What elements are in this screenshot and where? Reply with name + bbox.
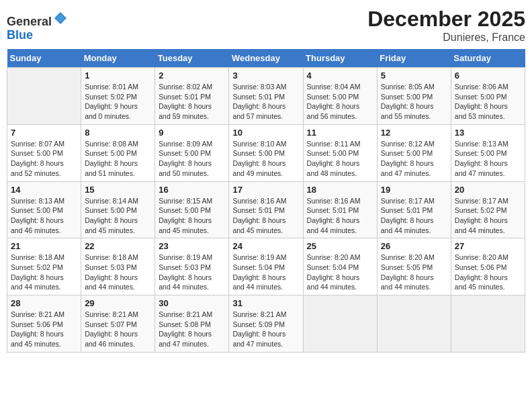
day-detail: Sunrise: 8:21 AM Sunset: 5:08 PM Dayligh… bbox=[159, 310, 225, 349]
day-detail: Sunrise: 8:21 AM Sunset: 5:07 PM Dayligh… bbox=[85, 310, 151, 349]
day-detail: Sunrise: 8:14 AM Sunset: 5:00 PM Dayligh… bbox=[85, 196, 151, 236]
day-number: 8 bbox=[85, 128, 151, 138]
calendar-cell: 19Sunrise: 8:17 AM Sunset: 5:01 PM Dayli… bbox=[377, 181, 451, 238]
calendar-week-row: 14Sunrise: 8:13 AM Sunset: 5:00 PM Dayli… bbox=[7, 181, 525, 238]
day-detail: Sunrise: 8:16 AM Sunset: 5:01 PM Dayligh… bbox=[232, 196, 299, 236]
calendar-cell: 14Sunrise: 8:13 AM Sunset: 5:00 PM Dayli… bbox=[7, 181, 81, 238]
day-number: 7 bbox=[11, 128, 77, 138]
day-detail: Sunrise: 8:18 AM Sunset: 5:02 PM Dayligh… bbox=[11, 253, 77, 292]
day-detail: Sunrise: 8:09 AM Sunset: 5:00 PM Dayligh… bbox=[159, 139, 225, 179]
calendar-cell: 25Sunrise: 8:20 AM Sunset: 5:04 PM Dayli… bbox=[303, 238, 377, 295]
calendar-week-row: 1Sunrise: 8:01 AM Sunset: 5:02 PM Daylig… bbox=[7, 68, 525, 125]
header-sunday: Sunday bbox=[7, 49, 81, 68]
day-detail: Sunrise: 8:01 AM Sunset: 5:02 PM Dayligh… bbox=[85, 82, 151, 122]
day-detail: Sunrise: 8:13 AM Sunset: 5:00 PM Dayligh… bbox=[11, 196, 77, 236]
day-detail: Sunrise: 8:15 AM Sunset: 5:00 PM Dayligh… bbox=[159, 196, 225, 236]
day-number: 17 bbox=[232, 185, 299, 195]
day-number: 21 bbox=[11, 241, 77, 251]
calendar-cell: 26Sunrise: 8:20 AM Sunset: 5:05 PM Dayli… bbox=[377, 238, 451, 295]
day-detail: Sunrise: 8:16 AM Sunset: 5:01 PM Dayligh… bbox=[307, 196, 373, 236]
day-detail: Sunrise: 8:21 AM Sunset: 5:06 PM Dayligh… bbox=[11, 310, 77, 349]
calendar-cell: 24Sunrise: 8:19 AM Sunset: 5:04 PM Dayli… bbox=[229, 238, 303, 295]
calendar-cell: 7Sunrise: 8:07 AM Sunset: 5:00 PM Daylig… bbox=[7, 124, 81, 181]
calendar-cell: 13Sunrise: 8:13 AM Sunset: 5:00 PM Dayli… bbox=[451, 124, 525, 181]
title-block: December 2025 Dunieres, France bbox=[367, 7, 525, 44]
header-wednesday: Wednesday bbox=[229, 49, 303, 68]
day-number: 1 bbox=[85, 71, 151, 81]
logo-icon bbox=[53, 11, 68, 26]
day-number: 24 bbox=[232, 241, 299, 251]
day-number: 16 bbox=[159, 185, 225, 195]
day-number: 10 bbox=[232, 128, 299, 138]
calendar-cell: 30Sunrise: 8:21 AM Sunset: 5:08 PM Dayli… bbox=[155, 295, 229, 353]
day-number: 19 bbox=[381, 185, 447, 195]
day-number: 6 bbox=[455, 71, 521, 81]
day-detail: Sunrise: 8:08 AM Sunset: 5:00 PM Dayligh… bbox=[85, 139, 151, 179]
page-header: General Blue December 2025 Dunieres, Fra… bbox=[7, 7, 525, 44]
calendar-cell: 11Sunrise: 8:11 AM Sunset: 5:00 PM Dayli… bbox=[303, 124, 377, 181]
calendar-cell: 1Sunrise: 8:01 AM Sunset: 5:02 PM Daylig… bbox=[81, 68, 155, 125]
header-friday: Friday bbox=[377, 49, 451, 68]
day-number: 26 bbox=[381, 241, 447, 251]
day-detail: Sunrise: 8:20 AM Sunset: 5:05 PM Dayligh… bbox=[381, 253, 447, 292]
calendar-week-row: 7Sunrise: 8:07 AM Sunset: 5:00 PM Daylig… bbox=[7, 124, 525, 181]
day-detail: Sunrise: 8:10 AM Sunset: 5:00 PM Dayligh… bbox=[232, 139, 299, 179]
page-subtitle: Dunieres, France bbox=[367, 32, 525, 44]
day-number: 25 bbox=[307, 241, 373, 251]
day-detail: Sunrise: 8:11 AM Sunset: 5:00 PM Dayligh… bbox=[307, 139, 373, 179]
calendar-cell bbox=[377, 295, 451, 353]
day-number: 23 bbox=[159, 241, 225, 251]
day-detail: Sunrise: 8:06 AM Sunset: 5:00 PM Dayligh… bbox=[455, 82, 521, 122]
calendar-cell: 2Sunrise: 8:02 AM Sunset: 5:01 PM Daylig… bbox=[155, 68, 229, 125]
calendar-cell: 15Sunrise: 8:14 AM Sunset: 5:00 PM Dayli… bbox=[81, 181, 155, 238]
calendar-cell: 12Sunrise: 8:12 AM Sunset: 5:00 PM Dayli… bbox=[377, 124, 451, 181]
header-saturday: Saturday bbox=[451, 49, 525, 68]
day-number: 3 bbox=[232, 71, 299, 81]
calendar-cell: 18Sunrise: 8:16 AM Sunset: 5:01 PM Dayli… bbox=[303, 181, 377, 238]
logo-blue-text: Blue bbox=[7, 28, 33, 42]
day-number: 30 bbox=[159, 298, 225, 308]
calendar-week-row: 21Sunrise: 8:18 AM Sunset: 5:02 PM Dayli… bbox=[7, 238, 525, 295]
calendar-cell: 31Sunrise: 8:21 AM Sunset: 5:09 PM Dayli… bbox=[229, 295, 303, 353]
day-number: 9 bbox=[159, 128, 225, 138]
header-thursday: Thursday bbox=[303, 49, 377, 68]
calendar-cell: 10Sunrise: 8:10 AM Sunset: 5:00 PM Dayli… bbox=[229, 124, 303, 181]
day-detail: Sunrise: 8:18 AM Sunset: 5:03 PM Dayligh… bbox=[85, 253, 151, 292]
calendar-table: SundayMondayTuesdayWednesdayThursdayFrid… bbox=[7, 49, 525, 353]
calendar-header-row: SundayMondayTuesdayWednesdayThursdayFrid… bbox=[7, 49, 525, 68]
day-detail: Sunrise: 8:07 AM Sunset: 5:00 PM Dayligh… bbox=[11, 139, 77, 179]
day-number: 28 bbox=[11, 298, 77, 308]
day-number: 2 bbox=[159, 71, 225, 81]
day-detail: Sunrise: 8:02 AM Sunset: 5:01 PM Dayligh… bbox=[159, 82, 225, 122]
header-tuesday: Tuesday bbox=[155, 49, 229, 68]
calendar-cell: 9Sunrise: 8:09 AM Sunset: 5:00 PM Daylig… bbox=[155, 124, 229, 181]
calendar-cell bbox=[451, 295, 525, 353]
calendar-cell: 27Sunrise: 8:20 AM Sunset: 5:06 PM Dayli… bbox=[451, 238, 525, 295]
day-number: 12 bbox=[381, 128, 447, 138]
day-detail: Sunrise: 8:05 AM Sunset: 5:00 PM Dayligh… bbox=[381, 82, 447, 122]
day-detail: Sunrise: 8:03 AM Sunset: 5:01 PM Dayligh… bbox=[232, 82, 299, 122]
logo-general-text: General bbox=[7, 15, 52, 28]
day-detail: Sunrise: 8:20 AM Sunset: 5:04 PM Dayligh… bbox=[307, 253, 373, 292]
calendar-cell: 22Sunrise: 8:18 AM Sunset: 5:03 PM Dayli… bbox=[81, 238, 155, 295]
day-detail: Sunrise: 8:12 AM Sunset: 5:00 PM Dayligh… bbox=[381, 139, 447, 179]
calendar-cell: 6Sunrise: 8:06 AM Sunset: 5:00 PM Daylig… bbox=[451, 68, 525, 125]
day-number: 13 bbox=[455, 128, 521, 138]
header-monday: Monday bbox=[81, 49, 155, 68]
page-title: December 2025 bbox=[367, 7, 525, 32]
logo: General Blue bbox=[7, 11, 68, 42]
calendar-cell: 23Sunrise: 8:19 AM Sunset: 5:03 PM Dayli… bbox=[155, 238, 229, 295]
svg-marker-1 bbox=[56, 14, 65, 22]
day-detail: Sunrise: 8:19 AM Sunset: 5:03 PM Dayligh… bbox=[159, 253, 225, 292]
calendar-cell: 8Sunrise: 8:08 AM Sunset: 5:00 PM Daylig… bbox=[81, 124, 155, 181]
calendar-cell bbox=[303, 295, 377, 353]
day-number: 11 bbox=[307, 128, 373, 138]
day-detail: Sunrise: 8:20 AM Sunset: 5:06 PM Dayligh… bbox=[455, 253, 521, 292]
day-detail: Sunrise: 8:17 AM Sunset: 5:01 PM Dayligh… bbox=[381, 196, 447, 236]
day-number: 15 bbox=[85, 185, 151, 195]
day-number: 22 bbox=[85, 241, 151, 251]
day-number: 27 bbox=[455, 241, 521, 251]
day-detail: Sunrise: 8:04 AM Sunset: 5:00 PM Dayligh… bbox=[307, 82, 373, 122]
calendar-cell: 16Sunrise: 8:15 AM Sunset: 5:00 PM Dayli… bbox=[155, 181, 229, 238]
day-number: 18 bbox=[307, 185, 373, 195]
